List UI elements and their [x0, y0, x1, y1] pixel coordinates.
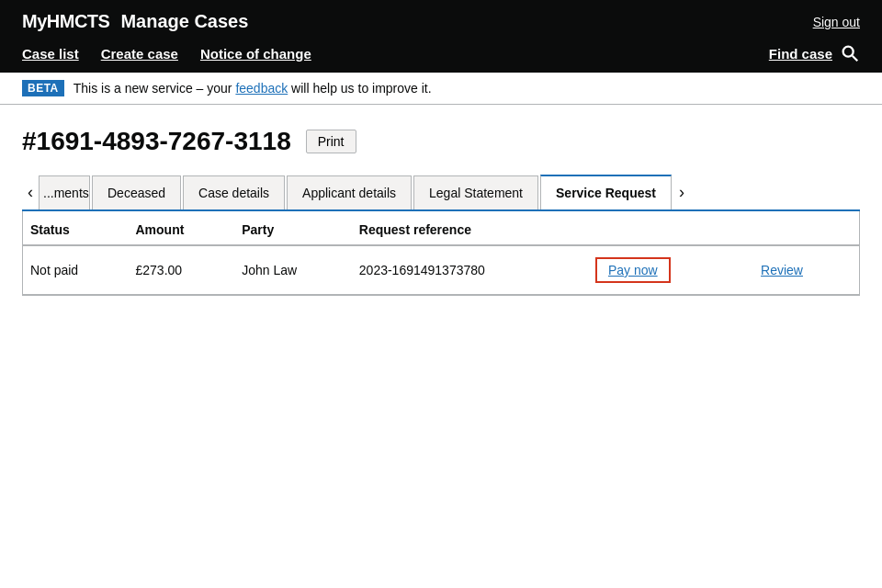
- find-case-link[interactable]: Find case: [769, 46, 832, 62]
- row-amount: £273.00: [129, 245, 235, 295]
- signout-link[interactable]: Sign out: [813, 15, 860, 29]
- col-header-reference: Request reference: [352, 211, 588, 245]
- col-header-review: [739, 211, 859, 245]
- tab-case-details[interactable]: Case details: [183, 175, 285, 209]
- header-left: MyHMCTS Manage Cases: [22, 11, 248, 32]
- pay-now-button[interactable]: Pay now: [595, 257, 671, 283]
- col-header-party: Party: [234, 211, 352, 245]
- tab-service-request[interactable]: Service Request: [540, 175, 672, 211]
- beta-tag: BETA: [22, 80, 64, 96]
- col-header-status: Status: [23, 211, 129, 245]
- brand-name: MyHMCTS: [22, 11, 109, 32]
- search-icon[interactable]: [840, 43, 860, 63]
- header: MyHMCTS Manage Cases Sign out: [0, 0, 882, 43]
- row-review-cell: Review: [739, 245, 859, 295]
- svg-line-1: [853, 56, 858, 62]
- nav-create-case[interactable]: Create case: [101, 46, 178, 62]
- tab-deceased[interactable]: Deceased: [92, 175, 181, 209]
- tabs-container: ‹ ...ments Deceased Case details Applica…: [22, 175, 860, 211]
- tab-ments[interactable]: ...ments: [39, 175, 90, 209]
- svg-point-0: [843, 47, 854, 57]
- nav-right: Find case: [769, 43, 860, 63]
- case-number-row: #1691-4893-7267-3118 Print: [22, 127, 860, 156]
- nav-case-list[interactable]: Case list: [22, 46, 79, 62]
- nav-notice-of-change[interactable]: Notice of change: [200, 46, 311, 62]
- case-number: #1691-4893-7267-3118: [22, 127, 291, 156]
- review-button[interactable]: Review: [761, 263, 803, 277]
- row-reference: 2023-1691491373780: [352, 245, 588, 295]
- tab-legal-statement[interactable]: Legal Statement: [413, 175, 538, 209]
- beta-banner: BETA This is a new service – your feedba…: [0, 73, 882, 105]
- col-header-amount: Amount: [129, 211, 235, 245]
- col-header-actions: [588, 211, 739, 245]
- app-title: Manage Cases: [120, 11, 248, 32]
- tab-applicant-details[interactable]: Applicant details: [287, 175, 412, 209]
- tab-content-area: Status Amount Party Request reference No…: [22, 211, 860, 296]
- service-request-table: Status Amount Party Request reference No…: [23, 211, 859, 295]
- nav-bar: Case list Create case Notice of change F…: [0, 43, 882, 73]
- row-party: John Law: [234, 245, 352, 295]
- beta-message: This is a new service – your feedback wi…: [74, 81, 432, 96]
- feedback-link[interactable]: feedback: [235, 81, 288, 96]
- print-button[interactable]: Print: [306, 130, 356, 153]
- main-content: #1691-4893-7267-3118 Print ‹ ...ments De…: [0, 105, 882, 296]
- row-status: Not paid: [23, 245, 129, 295]
- nav-links: Case list Create case Notice of change: [22, 46, 311, 62]
- table-row: Not paid £273.00 John Law 2023-169149137…: [23, 245, 859, 295]
- tab-scroll-left[interactable]: ‹: [22, 175, 39, 209]
- row-pay-now-cell: Pay now: [588, 245, 739, 295]
- tab-scroll-right[interactable]: ›: [673, 175, 690, 209]
- signout-container: Sign out: [813, 15, 860, 29]
